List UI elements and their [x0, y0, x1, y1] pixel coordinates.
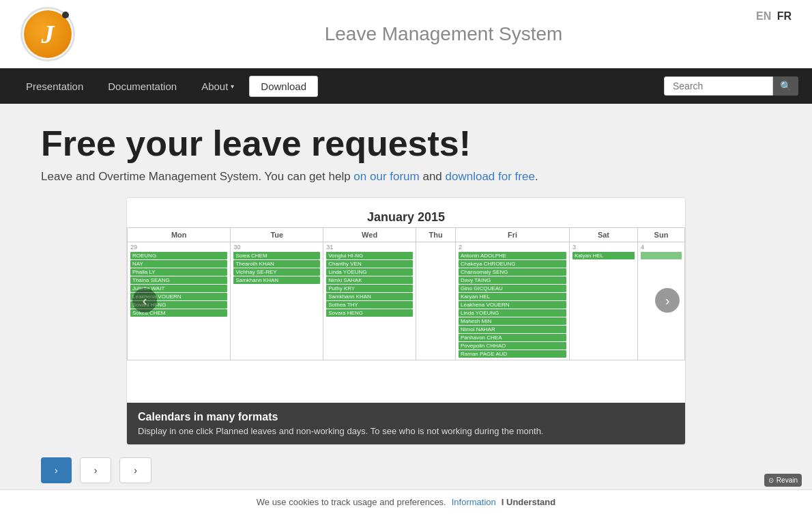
action-buttons: › › › [41, 457, 771, 483]
col-header-mon: Mon [128, 228, 231, 242]
hero-title: Free your leave requests! [41, 124, 771, 163]
lang-fr[interactable]: FR [777, 10, 792, 22]
subtitle-mid: and [420, 170, 446, 183]
action-btn-2[interactable]: › [80, 457, 112, 483]
nav-download-button[interactable]: Download [249, 76, 318, 97]
revain-label: Revain [777, 476, 798, 484]
calendar-table: Mon Tue Wed Thu Fri Sat Sun 29 ROEUNG [127, 227, 685, 360]
col-header-tue: Tue [231, 228, 323, 242]
subtitle-start: Leave and Overtime Management System. Yo… [41, 170, 353, 183]
search-input[interactable] [664, 76, 773, 96]
nav-about-label: About [201, 81, 228, 92]
main-content: Free your leave requests! Leave and Over… [0, 104, 812, 497]
col-header-thu: Thu [416, 228, 456, 242]
caption-text: Display in one click Planned leaves and … [138, 426, 674, 436]
logo-circle: J [20, 7, 75, 61]
logo-dot [62, 12, 69, 18]
logo-wrapper: J [20, 7, 75, 61]
calendar-month-title: January 2015 [127, 205, 685, 227]
site-header: J Leave Management System EN FR [0, 0, 812, 68]
search-button[interactable]: 🔍 [773, 76, 798, 96]
col-header-sat: Sat [569, 228, 637, 242]
calendar-card: ‹ › January 2015 Mon Tue Wed Thu Fri Sat… [126, 197, 686, 445]
action-btn-1[interactable]: › [41, 457, 72, 483]
calendar-image-area: ‹ › January 2015 Mon Tue Wed Thu Fri Sat… [127, 198, 685, 403]
table-cell: 31 Vonglui HI-NG Chanthy VEN Linda YOEUN… [323, 242, 416, 360]
cookie-info-link[interactable]: Information [452, 497, 496, 507]
revain-widget: ⊙ Revain [764, 474, 802, 487]
col-header-sun: Sun [637, 228, 684, 242]
lang-switcher: EN FR [756, 10, 792, 23]
cookie-bar: We use cookies to track usage and prefer… [0, 489, 812, 514]
revain-icon: ⊙ [768, 476, 774, 484]
navbar: Presentation Documentation About ▾ Downl… [0, 68, 812, 104]
table-cell [416, 242, 456, 360]
nav-presentation[interactable]: Presentation [14, 71, 96, 102]
table-cell: 30 Soiea CHEM Thearoth KHAN Vichhay SE-R… [231, 242, 323, 360]
col-header-fri: Fri [456, 228, 570, 242]
cookie-text: We use cookies to track usage and prefer… [257, 497, 446, 507]
cookie-understand-button[interactable]: I Understand [502, 497, 555, 507]
hero-subtitle: Leave and Overtime Management System. Yo… [41, 170, 771, 184]
table-row: 29 ROEUNG NAY Phalla LY Thaina SEANG Jul… [128, 242, 685, 360]
site-title: Leave Management System [96, 23, 792, 45]
action-btn-3[interactable]: › [119, 457, 151, 483]
forum-link[interactable]: on our forum [353, 170, 419, 183]
search-wrapper: 🔍 [664, 76, 798, 96]
col-header-wed: Wed [323, 228, 416, 242]
search-icon: 🔍 [780, 81, 792, 91]
subtitle-end: . [535, 170, 538, 183]
table-cell: 3 Kalyan HEL [569, 242, 637, 360]
lang-en[interactable]: EN [756, 10, 771, 22]
download-link[interactable]: download for free [446, 170, 535, 183]
logo-inner: J [24, 10, 72, 58]
nav-documentation[interactable]: Documentation [96, 71, 189, 102]
caption-title: Calendars in many formats [138, 411, 674, 423]
carousel-next-button[interactable]: › [655, 288, 680, 313]
nav-about[interactable]: About ▾ [189, 71, 246, 102]
calendar-caption: Calendars in many formats Display in one… [127, 403, 685, 444]
carousel-prev-button[interactable]: ‹ [132, 288, 157, 313]
table-cell: 2 Antonin ADOLPHE Chakeya CHROEUNG Chans… [456, 242, 570, 360]
chevron-down-icon: ▾ [231, 83, 234, 90]
logo-letter: J [42, 21, 55, 47]
